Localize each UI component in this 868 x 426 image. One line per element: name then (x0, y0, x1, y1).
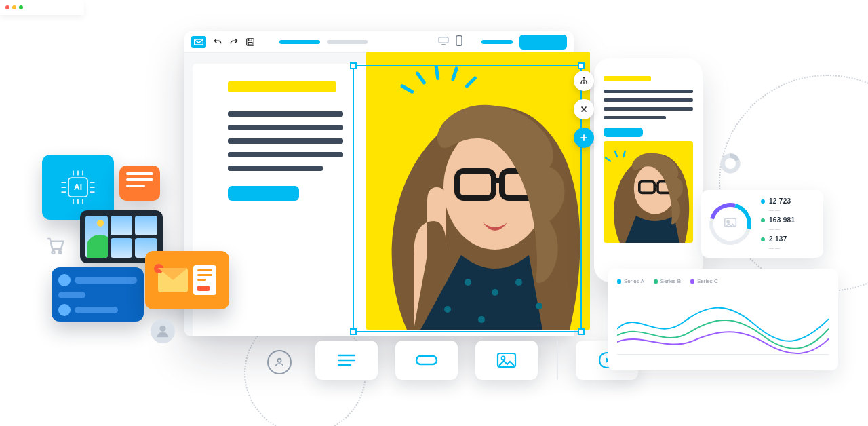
paragraph-line (228, 152, 343, 157)
wave-chart-icon (617, 288, 829, 356)
editor-toolbar (184, 31, 574, 53)
gallery-thumb-icon (135, 216, 157, 235)
legend-item: Series A (617, 278, 644, 284)
chat-bubble-icon (58, 292, 85, 298)
resize-handle-icon[interactable] (350, 328, 357, 335)
avatar-icon (151, 319, 175, 343)
mobile-text-line (604, 98, 693, 102)
chat-avatar-icon (58, 304, 71, 316)
svg-point-28 (59, 251, 62, 254)
window-dot-icon (19, 5, 23, 9)
chat-bubble-icon (75, 277, 137, 284)
svg-point-17 (583, 82, 585, 84)
mobile-cta-placeholder (604, 128, 643, 137)
mobile-hero-image (604, 141, 693, 243)
decorative-arc (719, 75, 868, 292)
image-element-button[interactable] (475, 341, 538, 380)
close-button[interactable] (574, 99, 594, 119)
notification-dot-icon (154, 264, 163, 273)
redo-icon[interactable] (229, 37, 239, 47)
svg-point-0 (277, 359, 281, 362)
window-dot-icon (5, 5, 9, 9)
envelope-icon (158, 268, 188, 292)
chat-avatar-icon (58, 274, 71, 286)
stat-row: 163 981 (761, 216, 795, 224)
stat-row: 2 137 (761, 235, 795, 243)
stat-sublabel: — — (769, 227, 795, 231)
legend-item: Series B (654, 278, 681, 284)
mobile-preview-icon[interactable] (456, 35, 462, 49)
mobile-heading-placeholder (604, 76, 651, 81)
paragraph-line (228, 125, 343, 130)
ai-label: AI (74, 182, 82, 192)
stat-row: 12 723 (761, 197, 795, 205)
cart-icon (45, 236, 65, 258)
svg-rect-4 (439, 37, 448, 43)
selection-frame[interactable] (353, 65, 582, 332)
stats-card: 12 723 — — 163 981 — — 2 137 — — (701, 190, 823, 258)
gallery-thumb-icon (111, 216, 133, 235)
svg-point-29 (159, 326, 165, 332)
paragraph-line (228, 166, 323, 171)
editor-tab[interactable] (327, 40, 368, 44)
person-ring-icon (267, 350, 292, 374)
svg-point-32 (727, 221, 729, 223)
svg-point-15 (583, 77, 585, 79)
element-toolbar (315, 341, 638, 380)
stat-sublabel: — — (769, 246, 795, 250)
legend-item: Series C (690, 278, 718, 284)
svg-rect-3 (248, 42, 252, 45)
resize-handle-icon[interactable] (578, 62, 585, 69)
structure-button[interactable] (574, 71, 594, 91)
donut-chart-icon (719, 152, 742, 175)
resize-handle-icon[interactable] (350, 62, 357, 69)
save-icon[interactable] (245, 37, 255, 47)
cta-button-placeholder[interactable] (228, 186, 299, 201)
text-element-button[interactable] (315, 341, 378, 380)
resize-handle-icon[interactable] (578, 328, 585, 335)
stat-list: 12 723 — — 163 981 — — 2 137 — — (761, 197, 795, 250)
mobile-text-line (604, 90, 693, 93)
svg-point-16 (580, 82, 583, 84)
document-page-icon (193, 265, 216, 295)
heading-placeholder[interactable] (228, 81, 336, 92)
primary-action-button[interactable] (519, 35, 567, 50)
window-dot-icon (12, 5, 16, 9)
editor-tab-active[interactable] (279, 40, 320, 44)
mobile-preview (594, 58, 703, 282)
stat-sublabel: — — (769, 208, 795, 212)
button-element-button[interactable] (395, 341, 458, 380)
chat-bubble-icon (75, 307, 118, 313)
gallery-thumb-icon (111, 238, 133, 258)
browser-chrome-tile (0, 0, 84, 15)
app-logo-icon[interactable] (191, 36, 206, 48)
wave-chart-card: Series A Series B Series C (608, 269, 838, 370)
svg-point-21 (502, 357, 505, 360)
svg-rect-19 (416, 356, 437, 364)
document-tile[interactable] (145, 251, 229, 309)
desktop-preview-icon[interactable] (438, 36, 449, 48)
add-button[interactable] (574, 128, 594, 148)
mobile-text-line (604, 116, 666, 119)
svg-point-18 (586, 82, 588, 84)
chat-tile[interactable] (52, 267, 144, 322)
toolbar-pill[interactable] (481, 40, 513, 44)
progress-ring-icon (702, 195, 760, 253)
paragraph-line (228, 138, 343, 144)
undo-icon[interactable] (213, 37, 222, 47)
paragraph-line (228, 111, 343, 117)
gallery-thumb-icon (85, 216, 108, 258)
svg-point-27 (52, 251, 55, 254)
chart-legend: Series A Series B Series C (617, 278, 829, 284)
toolbar-separator (555, 341, 558, 380)
svg-rect-5 (456, 35, 462, 45)
floating-actions (574, 71, 594, 148)
text-tile[interactable] (119, 166, 160, 201)
mobile-text-line (604, 107, 693, 111)
